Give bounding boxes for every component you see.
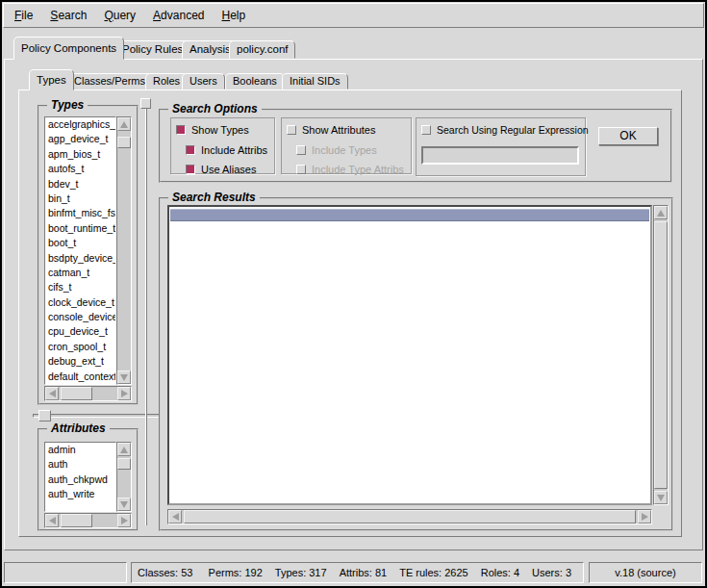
types-listbox[interactable]: accelgraphics_e agp_device_tapm_bios_tau… xyxy=(44,116,116,385)
menu-item[interactable]: Query xyxy=(95,7,144,24)
checkbox-include-attribs[interactable]: Include Attribs xyxy=(186,143,267,157)
scroll-down-icon[interactable] xyxy=(117,371,131,384)
checkbox-regex[interactable]: Search Using Regular Expression xyxy=(421,123,589,137)
results-vscrollbar[interactable] xyxy=(653,205,669,505)
list-item[interactable]: cifs_t xyxy=(45,280,115,294)
list-item[interactable]: clock_device_t xyxy=(45,295,115,310)
tab-booleans[interactable]: Booleans xyxy=(225,73,285,89)
list-resize-slider-thumb[interactable] xyxy=(38,410,51,422)
tab-policy-components[interactable]: Policy Components xyxy=(13,37,124,60)
list-item[interactable]: boot_runtime_t xyxy=(45,221,115,236)
scroll-left-icon[interactable] xyxy=(45,387,59,400)
left-triangle-icon xyxy=(49,517,56,524)
tab-policy-conf[interactable]: policy.conf xyxy=(229,40,295,59)
statusbar-stat: Classes: 53 xyxy=(138,567,192,578)
list-item[interactable]: bdev_t xyxy=(45,177,115,192)
list-resize-slider-trough[interactable] xyxy=(33,414,160,418)
scroll-right-icon[interactable] xyxy=(117,387,131,400)
checkbox-show-types[interactable]: Show Types xyxy=(176,123,249,137)
results-hscrollbar[interactable] xyxy=(167,509,652,524)
tab-users[interactable]: Users xyxy=(182,73,225,89)
types-vscrollbar[interactable] xyxy=(116,116,132,385)
statusbar-message-panel xyxy=(4,562,127,583)
list-item[interactable]: bsdpty_device_ xyxy=(45,251,115,266)
checkbox-indicator-icon xyxy=(176,125,186,135)
attributes-groupbox: Attributes admin authauth_chkpwdauth_wri… xyxy=(38,428,139,531)
search-results-textarea[interactable] xyxy=(167,205,652,505)
list-item[interactable]: cpu_device_t xyxy=(45,324,115,339)
list-item[interactable]: accelgraphics_e xyxy=(45,117,115,132)
results-selection-highlight xyxy=(170,209,649,221)
tab-classes-perms[interactable]: Classes/Perms xyxy=(66,73,153,89)
search-options-group-label: Search Options xyxy=(168,102,262,115)
attributes-vscrollbar[interactable] xyxy=(116,442,132,512)
checkbox-include-types[interactable]: Include Types xyxy=(296,143,377,157)
tab-types[interactable]: Types xyxy=(29,69,74,90)
tab-initial-sids[interactable]: Initial SIDs xyxy=(282,73,348,89)
statusbar-stat: Perms: 192 xyxy=(209,567,263,578)
list-item[interactable]: binfmt_misc_fs xyxy=(45,206,115,220)
checkbox-label: Show Attributes xyxy=(302,124,375,136)
scroll-left-icon[interactable] xyxy=(168,510,182,524)
checkbox-label: Use Aliases xyxy=(201,164,256,175)
list-item[interactable]: admin xyxy=(45,443,115,457)
list-item[interactable]: autofs_t xyxy=(45,162,115,176)
list-item[interactable]: auth_write xyxy=(45,487,115,501)
list-item[interactable]: default_context xyxy=(45,370,115,384)
list-item[interactable]: console_device xyxy=(45,310,115,324)
scrollbar-thumb[interactable] xyxy=(654,221,668,489)
scroll-up-icon[interactable] xyxy=(117,443,131,456)
types-hscrollbar[interactable] xyxy=(44,386,132,401)
list-item[interactable]: default_t xyxy=(45,384,115,385)
checkbox-show-attributes[interactable]: Show Attributes xyxy=(287,123,375,137)
list-item[interactable]: auth xyxy=(45,457,115,472)
types-groupbox: Types accelgraphics_e agp_device_tapm_bi… xyxy=(38,105,139,405)
checkbox-label: Include Types xyxy=(312,144,377,156)
search-options-groupbox: Search Options Show Types Include Attrib… xyxy=(159,109,672,183)
attributes-group-label: Attributes xyxy=(47,422,110,435)
list-item[interactable]: cron_spool_t xyxy=(45,340,115,354)
menu-item[interactable]: Search xyxy=(41,7,95,24)
list-item[interactable]: boot_t xyxy=(45,236,115,250)
list-item[interactable]: apm_bios_t xyxy=(45,147,115,162)
scrollbar-thumb[interactable] xyxy=(61,387,92,400)
checkbox-use-aliases[interactable]: Use Aliases xyxy=(186,163,256,176)
checkbox-label: Include Attribs xyxy=(201,144,267,156)
pane-sash[interactable] xyxy=(145,98,147,525)
regex-input[interactable] xyxy=(421,146,579,165)
menu-item[interactable]: File xyxy=(6,7,41,24)
scroll-right-icon[interactable] xyxy=(638,510,651,524)
search-results-groupbox: Search Results xyxy=(159,197,673,531)
list-item[interactable]: auth_chkpwd xyxy=(45,473,115,487)
statusbar-stat: Users: 3 xyxy=(532,567,571,578)
list-item[interactable]: bin_t xyxy=(45,192,115,206)
scroll-right-icon[interactable] xyxy=(117,514,131,527)
scroll-down-icon[interactable] xyxy=(117,498,131,511)
scrollbar-thumb[interactable] xyxy=(184,510,636,524)
show-types-frame: Show Types Include Attribs Use Aliases xyxy=(170,117,275,174)
tab-policy-rules[interactable]: Policy Rules xyxy=(114,40,190,59)
pane-sash-grip[interactable] xyxy=(140,98,151,109)
menu-bar: File SearchQueryAdvancedHelp xyxy=(3,3,704,28)
list-item[interactable]: debug_ext_t xyxy=(45,354,115,369)
scroll-left-icon[interactable] xyxy=(45,514,59,527)
attributes-hscrollbar[interactable] xyxy=(44,513,132,528)
menu-item[interactable]: Advanced xyxy=(144,7,213,24)
right-triangle-icon xyxy=(121,517,128,524)
list-item[interactable]: catman_t xyxy=(45,266,115,280)
ok-button[interactable]: OK xyxy=(598,127,658,145)
statusbar-stat: Roles: 4 xyxy=(481,567,519,578)
menu-item[interactable]: Help xyxy=(213,7,254,24)
checkbox-indicator-icon xyxy=(421,125,431,135)
scroll-up-icon[interactable] xyxy=(117,117,131,131)
right-triangle-icon xyxy=(121,390,128,397)
list-item[interactable]: agp_device_t xyxy=(45,132,115,146)
scrollbar-thumb[interactable] xyxy=(117,137,131,148)
checkbox-include-type-attribs[interactable]: Include Type Attribs xyxy=(296,163,404,176)
scroll-down-icon[interactable] xyxy=(654,491,668,504)
scrollbar-thumb[interactable] xyxy=(117,458,131,470)
scrollbar-thumb[interactable] xyxy=(61,514,92,527)
right-triangle-icon xyxy=(642,513,648,521)
scroll-up-icon[interactable] xyxy=(654,206,668,219)
attributes-listbox[interactable]: admin authauth_chkpwdauth_write xyxy=(44,442,116,512)
